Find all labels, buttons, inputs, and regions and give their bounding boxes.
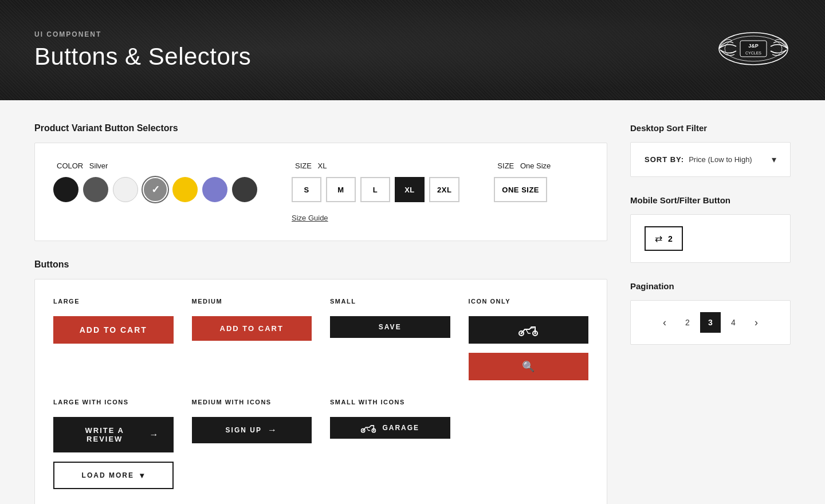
filter-icon: ⇄ — [655, 233, 662, 244]
swatch-silver[interactable]: ✓ — [143, 177, 168, 202]
moto-icon-button[interactable] — [469, 316, 589, 344]
sort-filter-title: Desktop Sort Filter — [630, 123, 791, 133]
size-selected-value-1: XL — [318, 162, 327, 170]
save-small-button[interactable]: SAVE — [330, 316, 450, 338]
buttons-section-title: Buttons — [34, 259, 607, 270]
mobile-filter-button[interactable]: ⇄ 2 — [645, 226, 683, 251]
size-btn-xl[interactable]: XL — [395, 177, 425, 202]
moto-small-icon — [360, 423, 376, 433]
sort-filter-card: SORT BY: Price (Low to High) ▾ — [630, 142, 791, 177]
large-label: LARGE — [53, 298, 174, 305]
pagination-card: ‹ 2 3 4 › — [630, 300, 791, 345]
garage-label: GARAGE — [382, 424, 419, 432]
svg-point-8 — [521, 333, 522, 334]
search-icon-button[interactable]: 🔍 — [469, 353, 589, 380]
svg-rect-7 — [531, 326, 534, 329]
color-label: COLOR Silver — [53, 162, 257, 170]
write-review-label: WRITE A REVIEW — [67, 426, 143, 443]
size-btn-2xl[interactable]: 2XL — [429, 177, 459, 202]
small-icons-group: SMALL WITH ICONS GARAGE — [330, 399, 450, 439]
sign-up-label: SIGN UP — [226, 426, 262, 434]
swatch-white[interactable] — [113, 177, 138, 202]
icon-only-button-group: ICON ONLY 🔍 — [469, 298, 589, 380]
chevron-down-icon: ▾ — [140, 471, 145, 480]
buttons-icons-grid: LARGE WITH ICONS WRITE A REVIEW → LOAD M… — [53, 399, 588, 489]
header-text-group: UI COMPONENT Buttons & Selectors — [34, 30, 251, 70]
size-btn-s[interactable]: S — [292, 177, 321, 202]
size-label-1: SIZE XL — [292, 162, 459, 170]
color-variant-group: COLOR Silver ✓ — [53, 162, 257, 202]
add-to-cart-large-button[interactable]: ADD TO CART — [53, 316, 174, 344]
small-button-group: SMALL SAVE — [330, 298, 450, 338]
large-icons-group: LARGE WITH ICONS WRITE A REVIEW → LOAD M… — [53, 399, 174, 489]
buttons-card: LARGE ADD TO CART MEDIUM ADD TO CART SMA… — [34, 279, 607, 504]
garage-button[interactable]: GARAGE — [330, 417, 450, 439]
swatch-charcoal[interactable] — [232, 177, 257, 202]
large-icons-label: LARGE WITH ICONS — [53, 399, 174, 405]
size-guide-link[interactable]: Size Guide — [292, 214, 459, 222]
svg-text:CYCLES: CYCLES — [745, 51, 761, 55]
svg-text:J&P: J&P — [748, 43, 759, 49]
right-panel: Desktop Sort Filter SORT BY: Price (Low … — [630, 123, 791, 504]
svg-point-12 — [363, 430, 364, 431]
medium-label: MEDIUM — [192, 298, 312, 305]
arrow-right-icon-medium: → — [268, 425, 278, 435]
swatch-dark-gray[interactable] — [83, 177, 108, 202]
jp-cycles-logo: J&P CYCLES — [716, 30, 791, 68]
medium-icons-label: MEDIUM WITH ICONS — [192, 399, 312, 405]
mobile-filter-title: Mobile Sort/Filter Button — [630, 195, 791, 205]
logo-area: J&P CYCLES — [716, 30, 791, 70]
main-content: Product Variant Button Selectors COLOR S… — [0, 100, 825, 504]
size-label-2: SIZE One Size — [494, 162, 551, 170]
search-icon: 🔍 — [522, 360, 535, 373]
variant-section-title: Product Variant Button Selectors — [34, 123, 607, 133]
load-more-label: LOAD MORE — [82, 471, 134, 479]
small-icons-label: SMALL WITH ICONS — [330, 399, 450, 405]
size-btn-m[interactable]: M — [326, 177, 356, 202]
pagination-page-3[interactable]: 3 — [700, 312, 721, 333]
pagination: ‹ 2 3 4 › — [645, 312, 776, 333]
pagination-prev-button[interactable]: ‹ — [654, 312, 675, 333]
add-to-cart-medium-button[interactable]: ADD TO CART — [192, 316, 312, 341]
sign-up-button[interactable]: SIGN UP → — [192, 417, 312, 443]
chevron-down-icon-sort: ▾ — [772, 154, 776, 165]
swatch-purple[interactable] — [202, 177, 227, 202]
header-title: Buttons & Selectors — [34, 43, 251, 70]
sort-value: Price (Low to High) — [689, 155, 767, 164]
medium-icons-group: MEDIUM WITH ICONS SIGN UP → — [192, 399, 312, 443]
color-swatches: ✓ — [53, 177, 257, 202]
swatch-black[interactable] — [53, 177, 78, 202]
svg-point-9 — [535, 333, 536, 334]
icon-only-label: ICON ONLY — [469, 298, 589, 305]
motorcycle-icon — [518, 324, 539, 336]
svg-point-13 — [374, 430, 375, 431]
arrow-right-icon: → — [150, 430, 160, 440]
size-btn-l[interactable]: L — [360, 177, 390, 202]
variant-grid: COLOR Silver ✓ — [53, 162, 588, 222]
size-buttons-1: S M L XL 2XL — [292, 177, 459, 202]
medium-button-group: MEDIUM ADD TO CART — [192, 298, 312, 341]
pagination-title: Pagination — [630, 281, 791, 291]
size-selected-value-2: One Size — [520, 162, 551, 170]
size-btn-one-size[interactable]: ONE SIZE — [494, 177, 547, 202]
swatch-yellow[interactable] — [172, 177, 198, 202]
pagination-next-button[interactable]: › — [746, 312, 767, 333]
size-variant-group-1: SIZE XL S M L XL 2XL Size Guide — [292, 162, 459, 222]
pagination-page-2[interactable]: 2 — [677, 312, 698, 333]
buttons-grid: LARGE ADD TO CART MEDIUM ADD TO CART SMA… — [53, 298, 588, 380]
page-header: UI COMPONENT Buttons & Selectors J&P CYC… — [0, 0, 825, 100]
header-subtitle: UI COMPONENT — [34, 30, 251, 38]
size-buttons-2: ONE SIZE — [494, 177, 551, 202]
size-variant-group-2: SIZE One Size ONE SIZE — [494, 162, 551, 202]
sort-row: SORT BY: Price (Low to High) ▾ — [645, 154, 776, 165]
sort-by-label: SORT BY: — [645, 155, 684, 164]
large-button-group: LARGE ADD TO CART — [53, 298, 174, 344]
pagination-page-4[interactable]: 4 — [723, 312, 744, 333]
mobile-filter-card: ⇄ 2 — [630, 214, 791, 263]
left-panel: Product Variant Button Selectors COLOR S… — [34, 123, 607, 504]
color-selected-value: Silver — [89, 162, 108, 170]
load-more-button[interactable]: LOAD MORE ▾ — [53, 462, 174, 489]
small-label: SMALL — [330, 298, 450, 305]
variant-card: COLOR Silver ✓ — [34, 143, 607, 241]
write-review-button[interactable]: WRITE A REVIEW → — [53, 417, 174, 452]
